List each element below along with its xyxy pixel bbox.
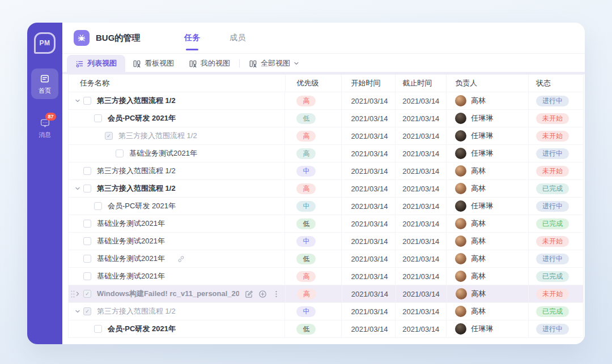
status-cell: 已完成 <box>529 215 584 232</box>
expand-toggle[interactable] <box>72 186 83 191</box>
table-row[interactable]: 基础业务测试2021年中2021/03/142021/03/14高林未开始 <box>68 233 584 250</box>
task-name[interactable]: Windows构建Failed! rc_v11_personal_202020_… <box>97 289 239 299</box>
status-badge[interactable]: 进行中 <box>536 148 569 159</box>
table-row[interactable]: 基础业务测试2021年低2021/03/142021/03/14高林已完成 <box>68 215 584 233</box>
assignee-name: 任琳琳 <box>471 324 493 334</box>
table-row[interactable]: 会员-PC研发 2021年中2021/03/142021/03/14任琳琳进行中 <box>68 198 584 215</box>
priority-badge[interactable]: 中 <box>296 166 316 177</box>
priority-badge[interactable]: 高 <box>296 96 316 106</box>
task-checkbox[interactable] <box>83 167 91 175</box>
expand-toggle[interactable] <box>72 98 83 104</box>
drag-handle-icon[interactable] <box>70 290 75 298</box>
table-row[interactable]: 基础业务测试2021年低2021/03/142021/03/14高林进行中 <box>68 250 584 268</box>
priority-badge[interactable]: 高 <box>296 271 316 282</box>
status-badge[interactable]: 未开始 <box>536 131 569 142</box>
priority-badge[interactable]: 低 <box>296 324 316 335</box>
table-row[interactable]: 基础业务测试2021年高2021/03/142021/03/14高林已完成 <box>68 268 584 285</box>
tab-tasks[interactable]: 任务 <box>184 23 200 53</box>
status-badge[interactable]: 未开始 <box>536 166 569 177</box>
task-checkbox[interactable] <box>83 290 91 298</box>
chevron-down-icon <box>75 186 80 191</box>
view-tab-mine[interactable]: 我的视图 <box>181 55 237 72</box>
table-row[interactable]: 会员-PC研发 2021年低2021/03/142021/03/14任琳琳未开始 <box>68 110 584 127</box>
priority-badge[interactable]: 中 <box>296 201 316 212</box>
task-checkbox[interactable] <box>83 97 91 105</box>
task-name[interactable]: 第三方接入范围流程 1/2 <box>97 306 176 316</box>
task-name[interactable]: 基础业务测试2021年 <box>97 219 165 229</box>
tab-members[interactable]: 成员 <box>230 23 245 53</box>
table-row[interactable]: 第三方接入范围流程 1/2中2021/03/142021/03/14高林未开始 <box>68 162 584 180</box>
task-checkbox[interactable] <box>94 114 102 122</box>
sidebar-item-home[interactable]: 首页 <box>31 68 58 99</box>
more-icon[interactable] <box>272 290 280 298</box>
priority-cell: 低 <box>285 250 342 267</box>
status-badge[interactable]: 已完成 <box>536 306 569 317</box>
task-checkbox[interactable] <box>83 272 91 280</box>
task-name[interactable]: 基础业务测试2021年 <box>97 254 165 264</box>
table-row[interactable]: 基础业务测试2021年高2021/03/142021/03/14任琳琳进行中 <box>68 145 584 162</box>
table-row[interactable]: 第三方接入范围流程 1/2中2021/03/142021/03/14高林已完成 <box>68 303 584 320</box>
status-badge[interactable]: 进行中 <box>536 324 569 335</box>
sidebar-item-messages[interactable]: 87 消息 <box>31 113 58 143</box>
task-checkbox[interactable] <box>94 202 102 210</box>
table-row[interactable]: 第三方接入范围流程 1/2高2021/03/142021/03/14高林已完成 <box>68 180 584 198</box>
task-checkbox[interactable] <box>94 325 102 333</box>
table-row[interactable]: Windows构建Failed! rc_v11_personal_202020_… <box>68 285 584 303</box>
task-name[interactable]: 基础业务测试2021年 <box>97 271 165 281</box>
task-name[interactable]: 会员-PC研发 2021年 <box>108 324 176 334</box>
view-tab-kanban[interactable]: 看板视图 <box>125 55 181 72</box>
status-cell: 未开始 <box>529 162 584 179</box>
status-badge[interactable]: 已完成 <box>536 271 569 282</box>
column-header-assignee: 负责人 <box>447 75 529 92</box>
view-tab-list[interactable]: 列表视图 <box>67 55 125 72</box>
status-badge[interactable]: 已完成 <box>536 183 569 194</box>
table-row[interactable]: 第三方接入范围流程 1/2高2021/03/142021/03/14任琳琳未开始 <box>68 127 584 145</box>
priority-badge[interactable]: 中 <box>296 236 316 247</box>
view-tab-all[interactable]: 全部视图 <box>241 55 307 72</box>
priority-cell: 低 <box>285 215 342 232</box>
priority-badge[interactable]: 低 <box>296 219 316 229</box>
assignee-cell: 任琳琳 <box>447 145 529 162</box>
table-row[interactable]: 会员-PC研发 2021年低2021/03/142021/03/14任琳琳进行中 <box>68 320 584 338</box>
edit-icon[interactable] <box>245 290 253 298</box>
task-checkbox[interactable] <box>83 185 91 192</box>
status-badge[interactable]: 进行中 <box>536 96 569 106</box>
task-checkbox[interactable] <box>83 255 91 263</box>
task-name[interactable]: 第三方接入范围流程 1/2 <box>97 166 176 176</box>
priority-badge[interactable]: 高 <box>296 131 316 142</box>
task-checkbox[interactable] <box>116 149 124 157</box>
task-name[interactable]: 第三方接入范围流程 1/2 <box>118 131 197 141</box>
priority-badge[interactable]: 中 <box>296 306 316 317</box>
task-name-cell: 第三方接入范围流程 1/2 <box>69 162 285 179</box>
status-badge[interactable]: 未开始 <box>536 113 569 124</box>
task-checkbox[interactable] <box>83 237 91 245</box>
task-checkbox[interactable] <box>83 220 91 228</box>
task-name[interactable]: 会员-PC研发 2021年 <box>108 113 176 123</box>
add-subtask-icon[interactable] <box>258 290 267 298</box>
start-date-cell: 2021/03/14 <box>342 233 396 250</box>
task-name[interactable]: 基础业务测试2021年 <box>129 148 197 159</box>
priority-badge[interactable]: 高 <box>296 148 316 159</box>
start-date: 2021/03/14 <box>351 97 388 105</box>
priority-badge[interactable]: 低 <box>296 254 316 264</box>
status-badge[interactable]: 进行中 <box>536 254 569 264</box>
task-checkbox[interactable] <box>83 307 91 315</box>
list-view-icon <box>75 59 84 68</box>
task-checkbox[interactable] <box>105 132 113 140</box>
task-name-cell: 会员-PC研发 2021年 <box>69 198 285 215</box>
priority-badge[interactable]: 低 <box>296 113 316 124</box>
status-badge[interactable]: 已完成 <box>536 219 569 229</box>
task-name[interactable]: 第三方接入范围流程 1/2 <box>97 183 176 194</box>
task-name[interactable]: 基础业务测试2021年 <box>97 236 165 246</box>
status-badge[interactable]: 未开始 <box>536 289 569 299</box>
priority-badge[interactable]: 高 <box>296 183 316 194</box>
status-badge[interactable]: 进行中 <box>536 201 569 212</box>
due-date: 2021/03/14 <box>402 149 439 158</box>
task-name[interactable]: 会员-PC研发 2021年 <box>108 201 176 211</box>
status-badge[interactable]: 未开始 <box>536 236 569 247</box>
priority-badge[interactable]: 高 <box>297 289 316 299</box>
expand-toggle[interactable] <box>72 309 83 314</box>
link-icon[interactable] <box>177 255 185 263</box>
task-name[interactable]: 第三方接入范围流程 1/2 <box>97 96 176 106</box>
table-row[interactable]: 第三方接入范围流程 1/2高2021/03/142021/03/14高林进行中 <box>68 92 584 110</box>
